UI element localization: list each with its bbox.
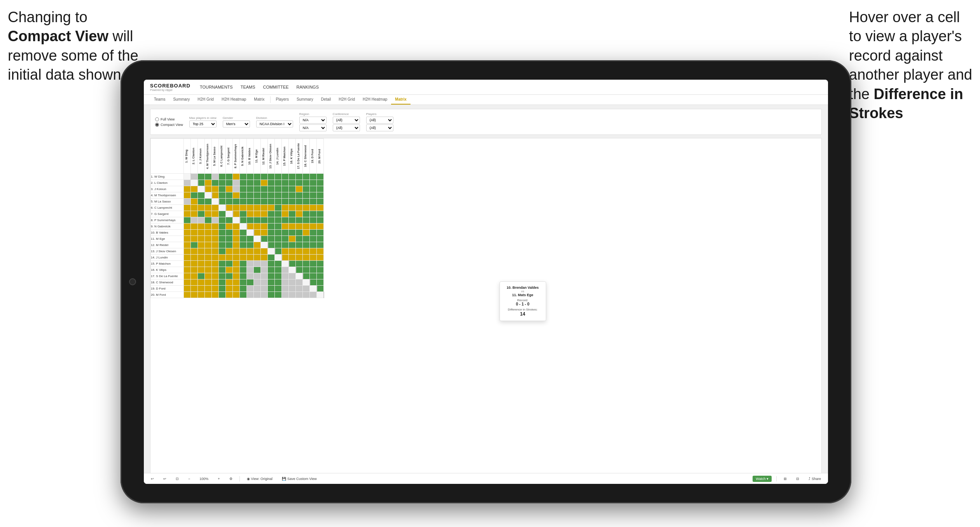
cell-19-4[interactable] [212, 292, 219, 298]
cell-4-4[interactable] [212, 199, 219, 205]
cell-4-2[interactable] [198, 199, 205, 205]
cell-17-8[interactable] [240, 279, 247, 286]
cell-15-8[interactable] [240, 267, 247, 273]
cell-19-3[interactable] [205, 292, 212, 298]
division-select[interactable]: NCAA Division I [256, 120, 293, 127]
cell-15-4[interactable] [212, 267, 219, 273]
cell-9-9[interactable] [247, 230, 254, 236]
cell-12-9[interactable] [247, 248, 254, 255]
cell-7-3[interactable] [205, 217, 212, 223]
cell-1-15[interactable] [289, 180, 296, 186]
compact-view-radio[interactable] [155, 123, 159, 127]
cell-7-13[interactable] [275, 217, 282, 223]
cell-6-0[interactable] [184, 211, 191, 217]
cell-9-13[interactable] [275, 230, 282, 236]
cell-4-9[interactable] [247, 199, 254, 205]
cell-15-16[interactable] [296, 267, 303, 273]
cell-15-5[interactable] [219, 267, 226, 273]
cell-18-6[interactable] [226, 286, 233, 292]
cell-14-2[interactable] [198, 261, 205, 267]
grid-btn[interactable]: ⊟ [794, 476, 802, 482]
cell-4-17[interactable] [303, 199, 310, 205]
cell-7-12[interactable] [268, 217, 275, 223]
cell-9-5[interactable] [219, 230, 226, 236]
cell-19-11[interactable] [261, 292, 268, 298]
cell-8-11[interactable] [261, 223, 268, 230]
cell-0-19[interactable] [317, 174, 324, 180]
cell-10-14[interactable] [282, 236, 289, 242]
cell-10-10[interactable] [254, 236, 261, 242]
cell-7-9[interactable] [247, 217, 254, 223]
cell-12-7[interactable] [233, 248, 240, 255]
cell-14-6[interactable] [226, 261, 233, 267]
cell-11-19[interactable] [317, 242, 324, 248]
cell-11-12[interactable] [268, 242, 275, 248]
cell-4-15[interactable] [289, 199, 296, 205]
cell-15-19[interactable] [317, 267, 324, 273]
cell-8-19[interactable] [317, 223, 324, 230]
cell-14-13[interactable] [275, 261, 282, 267]
cell-0-15[interactable] [289, 174, 296, 180]
cell-3-2[interactable] [198, 192, 205, 199]
players-select-1[interactable]: (All) [366, 117, 393, 124]
cell-0-8[interactable] [240, 174, 247, 180]
cell-6-8[interactable] [240, 211, 247, 217]
cell-1-8[interactable] [240, 180, 247, 186]
cell-6-4[interactable] [212, 211, 219, 217]
cell-18-17[interactable] [303, 286, 310, 292]
cell-16-9[interactable] [247, 273, 254, 279]
cell-2-7[interactable] [233, 186, 240, 192]
cell-0-16[interactable] [296, 174, 303, 180]
cell-2-13[interactable] [275, 186, 282, 192]
cell-10-0[interactable] [184, 236, 191, 242]
cell-16-14[interactable] [282, 273, 289, 279]
cell-14-14[interactable] [282, 261, 289, 267]
cell-8-5[interactable] [219, 223, 226, 230]
cell-17-4[interactable] [212, 279, 219, 286]
cell-16-7[interactable] [233, 273, 240, 279]
cell-13-5[interactable] [219, 255, 226, 261]
cell-12-1[interactable] [191, 248, 198, 255]
tab-teams[interactable]: Teams [150, 95, 169, 105]
cell-13-6[interactable] [226, 255, 233, 261]
cell-10-6[interactable] [226, 236, 233, 242]
cell-10-12[interactable] [268, 236, 275, 242]
cell-5-1[interactable] [191, 205, 198, 211]
tab-h2h-heatmap[interactable]: H2H Heatmap [218, 95, 250, 105]
cell-11-16[interactable] [296, 242, 303, 248]
cell-6-12[interactable] [268, 211, 275, 217]
cell-10-1[interactable] [191, 236, 198, 242]
cell-18-18[interactable] [310, 286, 317, 292]
cell-7-11[interactable] [261, 217, 268, 223]
tab-detail[interactable]: Detail [317, 95, 335, 105]
cell-5-8[interactable] [240, 205, 247, 211]
cell-16-13[interactable] [275, 273, 282, 279]
cell-19-16[interactable] [296, 292, 303, 298]
cell-14-10[interactable] [254, 261, 261, 267]
cell-18-0[interactable] [184, 286, 191, 292]
cell-2-15[interactable] [289, 186, 296, 192]
cell-19-10[interactable] [254, 292, 261, 298]
cell-3-15[interactable] [289, 192, 296, 199]
nav-rankings[interactable]: RANKINGS [297, 85, 319, 89]
cell-5-17[interactable] [303, 205, 310, 211]
cell-14-16[interactable] [296, 261, 303, 267]
cell-4-8[interactable] [240, 199, 247, 205]
cell-1-14[interactable] [282, 180, 289, 186]
cell-10-2[interactable] [198, 236, 205, 242]
cell-1-11[interactable] [261, 180, 268, 186]
cell-2-5[interactable] [219, 186, 226, 192]
cell-4-6[interactable] [226, 199, 233, 205]
cell-0-4[interactable] [212, 174, 219, 180]
cell-3-17[interactable] [303, 192, 310, 199]
cell-1-12[interactable] [268, 180, 275, 186]
cell-11-11[interactable] [261, 242, 268, 248]
cell-13-0[interactable] [184, 255, 191, 261]
cell-8-10[interactable] [254, 223, 261, 230]
cell-12-17[interactable] [303, 248, 310, 255]
cell-2-8[interactable] [240, 186, 247, 192]
cell-18-15[interactable] [289, 286, 296, 292]
cell-16-5[interactable] [219, 273, 226, 279]
cell-5-11[interactable] [261, 205, 268, 211]
cell-14-5[interactable] [219, 261, 226, 267]
